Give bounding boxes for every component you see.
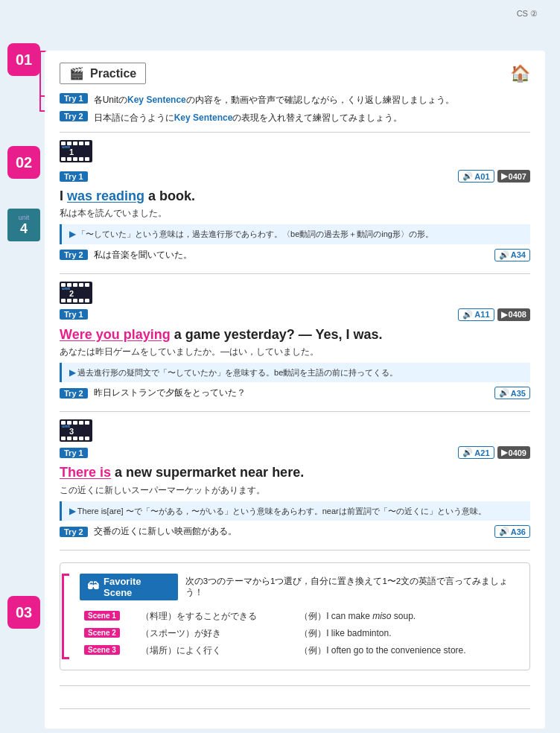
video-icon-2: ▶ [501, 310, 507, 320]
unit1-audio-d-label: 0407 [509, 172, 526, 181]
unit3-audio-d[interactable]: ▶ 0409 [497, 446, 530, 459]
scene2-jp: （スポーツ）が好き [136, 625, 295, 642]
svg-text:3: 3 [69, 427, 74, 436]
unit1-audio-badges: 🔊 A01 ▶ 0407 [458, 170, 530, 183]
unit2-main-sentence: Were you playing a game yesterday? — Yes… [60, 326, 530, 344]
instruction-try1: Try 1 各UnitのKey Sentenceの内容を，動画や音声で確認しなが… [60, 93, 530, 107]
unit1-try2-audio-label: A34 [511, 250, 526, 259]
unit1-audio-a[interactable]: 🔊 A01 [458, 170, 494, 183]
svg-rect-30 [79, 421, 83, 425]
unit1-main-sentence: I was reading a book. [60, 187, 530, 206]
try2-badge-inst: Try 2 [60, 111, 88, 121]
unit2-try2-row: Try 2 昨日レストランで夕飯をとっていた？ 🔊 A35 [60, 387, 530, 399]
unit2-film-strip: unit 2 [60, 282, 92, 304]
scene3-row: Scene 3 （場所）によく行く （例）I often go to the c… [80, 642, 518, 659]
unit1-grammar-arrow: ▶ [69, 229, 75, 238]
unit2-film-icon: unit 2 [60, 282, 92, 304]
scene1-row: Scene 1 （料理）をすることができる （例）I can make miso… [80, 608, 518, 625]
speaker-icon-3b: 🔊 [499, 527, 509, 536]
svg-rect-10 [85, 157, 89, 161]
speaker-icon-1b: 🔊 [499, 250, 509, 260]
favorite-bracket-bottom [62, 657, 69, 659]
try1-badge: Try 1 [60, 93, 88, 104]
unit3-try2-row: Try 2 交番の近くに新しい映画館がある。 🔊 A36 [60, 525, 530, 538]
speaker-icon-2a: 🔊 [462, 310, 473, 320]
favorite-title-badge: 🕶 Favorite Scene [80, 574, 178, 600]
svg-rect-16 [73, 283, 77, 287]
unit1-translation: 私は本を読んでいました。 [60, 207, 530, 220]
svg-rect-35 [79, 437, 83, 440]
unit2-try2-audio-label: A35 [511, 389, 526, 398]
svg-rect-8 [73, 157, 77, 161]
svg-rect-17 [79, 283, 83, 287]
scene2-row: Scene 2 （スポーツ）が好き （例）I like badminton. [80, 625, 518, 642]
svg-text:1: 1 [69, 147, 74, 156]
unit3-sentence-after: a new supermarket near here. [111, 465, 304, 480]
section-02-label: 02 [7, 146, 40, 179]
unit2-sentence-highlight: Were you playing [60, 327, 171, 342]
svg-rect-34 [73, 437, 77, 440]
unit1-grammar-text: 「〜していた」という意味は，過去進行形であらわす。〈be動詞の過去形＋動詞のin… [77, 229, 433, 238]
unit2-try2-audio[interactable]: 🔊 A35 [494, 387, 530, 399]
unit2-try2-badge: Try 2 [60, 388, 88, 399]
unit1-audio-d[interactable]: ▶ 0407 [497, 170, 530, 183]
unit1-block: unit 1 Try 1 🔊 A01 ▶ 0407 [60, 140, 530, 261]
home-icon[interactable]: 🏠 [510, 64, 530, 83]
unit3-block: unit 3 Try 1 🔊 A21 ▶ 0409 [60, 419, 530, 538]
film-reel-icon: 🎬 [69, 66, 84, 80]
scene-table: Scene 1 （料理）をすることができる （例）I can make miso… [80, 608, 518, 659]
unit4-side-badge: unit 4 [7, 209, 40, 241]
svg-rect-19 [61, 299, 66, 302]
scene1-jp: （料理）をすることができる [136, 608, 295, 625]
svg-rect-36 [85, 437, 89, 440]
unit1-sentence-after: a book. [144, 188, 195, 203]
svg-rect-18 [85, 283, 89, 287]
svg-rect-3 [73, 142, 77, 145]
scene3-en: （例）I often go to the convenience store. [295, 642, 518, 659]
scene1-en: （例）I can make miso soup. [295, 608, 518, 625]
unit3-sentence-highlight: There is [60, 465, 111, 480]
unit3-grammar-text: There is[are] 〜で「〜がある，〜がいる」という意味をあらわす。ne… [77, 507, 486, 515]
unit1-try2-audio[interactable]: 🔊 A34 [494, 249, 530, 261]
video-icon-3: ▶ [501, 448, 507, 457]
cs-label: CS ② [517, 9, 538, 19]
unit3-try2-badge: Try 2 [60, 527, 88, 537]
key-sentence-ref2: Key Sentence [174, 112, 233, 123]
unit3-audio-a[interactable]: 🔊 A21 [458, 446, 494, 459]
svg-rect-6 [61, 157, 66, 161]
scene3-jp: （場所）によく行く [136, 642, 295, 659]
svg-rect-21 [73, 299, 77, 302]
unit1-try1-badge: Try 1 [60, 171, 88, 182]
practice-label: Practice [90, 67, 136, 80]
unit2-audio-d[interactable]: ▶ 0408 [497, 308, 530, 321]
svg-rect-9 [79, 157, 83, 161]
scene2-en: （例）I like badminton. [295, 625, 518, 642]
page: CS ② 01 02 03 unit 4 🎬 Practice 🏠 Try 1 … [0, 0, 560, 733]
svg-rect-33 [67, 437, 71, 440]
unit2-try2-sentence: 昨日レストランで夕飯をとっていた？ [94, 387, 246, 399]
unit2-grammar-text: 過去進行形の疑問文で「〜していたか」を意味する。be動詞を主語の前に持ってくる。 [77, 368, 398, 377]
svg-rect-31 [85, 421, 89, 425]
svg-rect-7 [67, 157, 71, 161]
favorite-bracket-top [62, 574, 69, 576]
instruction-try2: Try 2 日本語に合うようにKey Sentenceの表現を入れ替えて練習して… [60, 111, 530, 124]
unit3-audio-badges: 🔊 A21 ▶ 0409 [458, 446, 530, 459]
content-area: 🎬 Practice 🏠 Try 1 各UnitのKey Sentenceの内容… [45, 51, 545, 729]
unit1-film-strip: unit 1 [60, 140, 92, 165]
unit3-translation: この近くに新しいスーパーマーケットがあります。 [60, 484, 530, 497]
unit3-grammar-note: ▶ There is[are] 〜で「〜がある，〜がいる」という意味をあらわす。… [60, 501, 530, 521]
unit2-audio-a[interactable]: 🔊 A11 [458, 308, 494, 321]
svg-rect-29 [73, 421, 77, 425]
unit3-try2-audio[interactable]: 🔊 A36 [494, 525, 530, 538]
unit1-sentence-before: I [60, 188, 67, 203]
try2-text: 日本語に合うようにKey Sentenceの表現を入れ替えて練習してみましょう。 [94, 111, 403, 124]
svg-rect-22 [79, 299, 83, 302]
key-sentence-ref1: Key Sentence [127, 95, 186, 105]
svg-text:2: 2 [69, 289, 74, 298]
unit1-sentence-highlight: was reading [67, 188, 144, 203]
scene3-badge: Scene 3 [84, 645, 120, 655]
video-icon-1: ▶ [501, 171, 507, 181]
unit3-film-icon: unit 3 [60, 419, 92, 442]
unit2-sentence-after: a game yesterday? — Yes, I was. [171, 327, 383, 342]
unit1-try2-row: Try 2 私は音楽を聞いていた。 🔊 A34 [60, 249, 530, 261]
